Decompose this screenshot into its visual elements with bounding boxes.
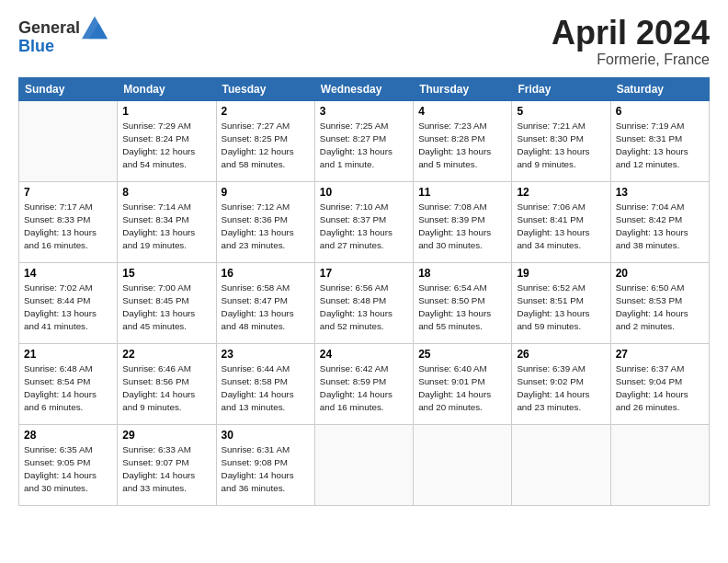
weekday-header-saturday: Saturday (610, 77, 709, 100)
calendar-title: April 2024 (552, 15, 710, 52)
calendar-cell: 1Sunrise: 7:29 AM Sunset: 8:24 PM Daylig… (118, 100, 216, 181)
day-number: 22 (122, 348, 210, 361)
day-number: 26 (517, 348, 605, 361)
calendar-cell: 23Sunrise: 6:44 AM Sunset: 8:58 PM Dayli… (216, 343, 314, 424)
day-info: Sunrise: 6:48 AM Sunset: 8:54 PM Dayligh… (24, 362, 112, 415)
calendar-week-row: 21Sunrise: 6:48 AM Sunset: 8:54 PM Dayli… (19, 343, 710, 424)
calendar-cell: 20Sunrise: 6:50 AM Sunset: 8:53 PM Dayli… (610, 262, 709, 343)
day-info: Sunrise: 6:35 AM Sunset: 9:05 PM Dayligh… (24, 443, 112, 496)
calendar-location: Formerie, France (552, 52, 710, 68)
day-number: 11 (418, 186, 506, 199)
calendar-cell: 18Sunrise: 6:54 AM Sunset: 8:50 PM Dayli… (414, 262, 512, 343)
day-info: Sunrise: 6:52 AM Sunset: 8:51 PM Dayligh… (517, 282, 605, 334)
page: General Blue April 2024 Formerie, France… (0, 0, 728, 563)
day-number: 8 (122, 186, 210, 199)
calendar-table: SundayMondayTuesdayWednesdayThursdayFrid… (18, 77, 710, 506)
day-number: 16 (222, 267, 310, 280)
calendar-week-row: 28Sunrise: 6:35 AM Sunset: 9:05 PM Dayli… (19, 424, 710, 505)
day-number: 5 (517, 105, 605, 118)
calendar-cell: 25Sunrise: 6:40 AM Sunset: 9:01 PM Dayli… (414, 343, 512, 424)
calendar-cell: 3Sunrise: 7:25 AM Sunset: 8:27 PM Daylig… (314, 100, 413, 181)
day-number: 12 (517, 186, 605, 199)
calendar-week-row: 1Sunrise: 7:29 AM Sunset: 8:24 PM Daylig… (19, 100, 710, 181)
calendar-cell: 13Sunrise: 7:04 AM Sunset: 8:42 PM Dayli… (610, 181, 709, 262)
day-number: 14 (24, 267, 112, 280)
day-number: 15 (122, 267, 210, 280)
calendar-cell: 10Sunrise: 7:10 AM Sunset: 8:37 PM Dayli… (314, 181, 413, 262)
calendar-cell (610, 424, 709, 505)
logo-general-text: General (18, 18, 80, 38)
day-info: Sunrise: 6:44 AM Sunset: 8:58 PM Dayligh… (222, 362, 310, 415)
calendar-cell: 12Sunrise: 7:06 AM Sunset: 8:41 PM Dayli… (512, 181, 610, 262)
day-number: 28 (24, 429, 112, 442)
calendar-cell: 19Sunrise: 6:52 AM Sunset: 8:51 PM Dayli… (512, 262, 610, 343)
day-number: 19 (517, 267, 605, 280)
day-number: 4 (418, 105, 506, 118)
day-number: 13 (616, 186, 704, 199)
calendar-cell: 22Sunrise: 6:46 AM Sunset: 8:56 PM Dayli… (118, 343, 216, 424)
day-info: Sunrise: 7:21 AM Sunset: 8:30 PM Dayligh… (517, 120, 605, 172)
day-number: 9 (222, 186, 310, 199)
day-number: 2 (222, 105, 310, 118)
weekday-header-friday: Friday (512, 77, 610, 100)
day-info: Sunrise: 7:25 AM Sunset: 8:27 PM Dayligh… (320, 120, 408, 172)
calendar-cell: 21Sunrise: 6:48 AM Sunset: 8:54 PM Dayli… (19, 343, 118, 424)
day-info: Sunrise: 7:27 AM Sunset: 8:25 PM Dayligh… (222, 120, 310, 172)
calendar-cell: 9Sunrise: 7:12 AM Sunset: 8:36 PM Daylig… (216, 181, 314, 262)
calendar-cell: 14Sunrise: 7:02 AM Sunset: 8:44 PM Dayli… (19, 262, 118, 343)
weekday-header-wednesday: Wednesday (314, 77, 413, 100)
header: General Blue April 2024 Formerie, France (18, 15, 710, 68)
calendar-cell (414, 424, 512, 505)
calendar-cell: 2Sunrise: 7:27 AM Sunset: 8:25 PM Daylig… (216, 100, 314, 181)
day-info: Sunrise: 7:17 AM Sunset: 8:33 PM Dayligh… (24, 201, 112, 253)
day-number: 23 (222, 348, 310, 361)
day-number: 30 (222, 429, 310, 442)
day-number: 18 (418, 267, 506, 280)
day-number: 1 (122, 105, 210, 118)
calendar-cell: 26Sunrise: 6:39 AM Sunset: 9:02 PM Dayli… (512, 343, 610, 424)
title-block: April 2024 Formerie, France (552, 15, 710, 68)
day-number: 6 (616, 105, 704, 118)
calendar-cell: 8Sunrise: 7:14 AM Sunset: 8:34 PM Daylig… (118, 181, 216, 262)
day-info: Sunrise: 7:04 AM Sunset: 8:42 PM Dayligh… (616, 201, 704, 253)
day-info: Sunrise: 6:33 AM Sunset: 9:07 PM Dayligh… (122, 443, 210, 496)
calendar-cell: 30Sunrise: 6:31 AM Sunset: 9:08 PM Dayli… (216, 424, 314, 505)
calendar-cell: 24Sunrise: 6:42 AM Sunset: 8:59 PM Dayli… (314, 343, 413, 424)
calendar-cell: 27Sunrise: 6:37 AM Sunset: 9:04 PM Dayli… (610, 343, 709, 424)
day-number: 27 (616, 348, 704, 361)
calendar-cell: 7Sunrise: 7:17 AM Sunset: 8:33 PM Daylig… (19, 181, 118, 262)
day-info: Sunrise: 7:23 AM Sunset: 8:28 PM Dayligh… (418, 120, 506, 172)
day-info: Sunrise: 6:56 AM Sunset: 8:48 PM Dayligh… (320, 282, 408, 334)
calendar-cell: 16Sunrise: 6:58 AM Sunset: 8:47 PM Dayli… (216, 262, 314, 343)
day-info: Sunrise: 6:31 AM Sunset: 9:08 PM Dayligh… (222, 443, 310, 496)
day-number: 29 (122, 429, 210, 442)
weekday-header-monday: Monday (118, 77, 216, 100)
calendar-cell (512, 424, 610, 505)
day-info: Sunrise: 6:58 AM Sunset: 8:47 PM Dayligh… (222, 282, 310, 334)
day-info: Sunrise: 6:37 AM Sunset: 9:04 PM Dayligh… (616, 362, 704, 415)
calendar-cell: 29Sunrise: 6:33 AM Sunset: 9:07 PM Dayli… (118, 424, 216, 505)
day-info: Sunrise: 7:19 AM Sunset: 8:31 PM Dayligh… (616, 120, 704, 172)
calendar-week-row: 7Sunrise: 7:17 AM Sunset: 8:33 PM Daylig… (19, 181, 710, 262)
calendar-cell (19, 100, 118, 181)
day-info: Sunrise: 6:39 AM Sunset: 9:02 PM Dayligh… (517, 362, 605, 415)
calendar-cell: 15Sunrise: 7:00 AM Sunset: 8:45 PM Dayli… (118, 262, 216, 343)
day-number: 24 (320, 348, 408, 361)
calendar-cell: 11Sunrise: 7:08 AM Sunset: 8:39 PM Dayli… (414, 181, 512, 262)
day-info: Sunrise: 6:46 AM Sunset: 8:56 PM Dayligh… (122, 362, 210, 415)
day-info: Sunrise: 7:10 AM Sunset: 8:37 PM Dayligh… (320, 201, 408, 253)
day-number: 25 (418, 348, 506, 361)
day-info: Sunrise: 6:54 AM Sunset: 8:50 PM Dayligh… (418, 282, 506, 334)
calendar-cell: 4Sunrise: 7:23 AM Sunset: 8:28 PM Daylig… (414, 100, 512, 181)
day-info: Sunrise: 7:29 AM Sunset: 8:24 PM Dayligh… (122, 120, 210, 172)
day-info: Sunrise: 6:50 AM Sunset: 8:53 PM Dayligh… (616, 282, 704, 334)
day-info: Sunrise: 7:00 AM Sunset: 8:45 PM Dayligh… (122, 282, 210, 334)
day-info: Sunrise: 7:08 AM Sunset: 8:39 PM Dayligh… (418, 201, 506, 253)
day-info: Sunrise: 7:02 AM Sunset: 8:44 PM Dayligh… (24, 282, 112, 334)
day-number: 20 (616, 267, 704, 280)
day-number: 21 (24, 348, 112, 361)
weekday-header-sunday: Sunday (19, 77, 118, 100)
logo: General Blue (18, 15, 108, 56)
calendar-cell: 17Sunrise: 6:56 AM Sunset: 8:48 PM Dayli… (314, 262, 413, 343)
day-info: Sunrise: 7:14 AM Sunset: 8:34 PM Dayligh… (122, 201, 210, 253)
